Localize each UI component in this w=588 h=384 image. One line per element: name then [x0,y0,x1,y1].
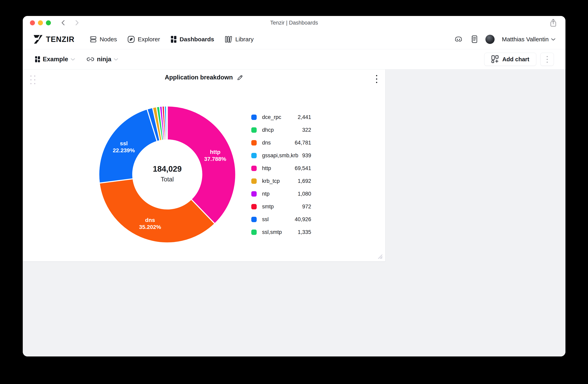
legend-value: 322 [302,127,311,133]
nav-item-dashboards[interactable]: Dashboards [170,36,214,43]
add-chart-button[interactable]: Add chart [484,53,536,66]
nav-right: Matthias Vallentin [453,35,555,44]
legend-label: ssl [262,216,269,223]
donut-slice-ssl[interactable] [99,109,157,183]
legend-value: 40,926 [294,216,311,223]
legend-value: 1,080 [298,191,311,197]
legend-label: gssapi,smb,krb [262,152,298,159]
chevron-down-icon [71,58,75,61]
library-icon [225,36,232,43]
nav-item-label: Nodes [100,36,117,43]
app-navbar: TENZIR Nodes [23,30,566,49]
donut-chart: http37.788%dns35.202%ssl22.239% 184,029 … [23,69,385,261]
legend-row[interactable]: smtp972 [251,200,311,213]
legend-label: smtp [262,204,274,210]
dashboards-icon [170,36,177,43]
legend-row[interactable]: gssapi,smb,krb939 [251,149,311,162]
share-icon[interactable] [549,18,557,27]
legend-label: ssl,smtp [262,229,282,235]
donut-slice-dns[interactable] [99,179,215,243]
chart-total-label: Total [161,176,174,183]
legend-value: 939 [302,152,311,159]
dashboard-grid-icon [35,56,40,63]
legend-value: 64,781 [294,140,311,146]
link-icon [86,57,95,62]
legend-label: ntp [262,191,270,197]
legend-value: 1,692 [298,178,311,184]
explorer-icon [127,36,135,43]
toolbar-right: Add chart [484,53,554,66]
app-window: Tenzir | Dashboards TENZIR [23,16,566,357]
tenzir-logo-icon [33,34,43,44]
legend-swatch [251,115,257,120]
nav-item-explorer[interactable]: Explorer [127,36,160,43]
legend-row[interactable]: ssl40,926 [251,213,311,226]
discord-icon[interactable] [453,35,463,43]
pipeline-name: ninja [97,56,111,63]
nav-item-library[interactable]: Library [225,36,254,43]
legend-swatch [251,204,257,209]
nav-item-label: Dashboards [180,36,214,43]
legend-swatch [251,178,257,184]
resize-handle-icon[interactable] [377,253,383,260]
legend-label: dhcp [262,127,274,133]
nodes-icon [90,36,97,43]
screenshot-root: Tenzir | Dashboards TENZIR [0,0,588,384]
user-menu[interactable]: Matthias Vallentin [502,36,555,43]
legend-value: 1,335 [298,229,311,235]
legend-row[interactable]: ssl,smtp1,335 [251,226,311,238]
legend-swatch [251,217,257,222]
legend-row[interactable]: ntp1,080 [251,187,311,200]
add-chart-icon [491,55,499,64]
chart-legend: dce_rpc2,441dhcp322dns64,781gssapi,smb,k… [251,111,311,238]
donut-slice-dhcp[interactable] [167,106,167,140]
legend-value: 69,541 [294,165,311,171]
legend-row[interactable]: dhcp322 [251,124,311,136]
dashboard-toolbar: Example ninja [23,49,566,69]
chevron-down-icon [114,58,118,61]
legend-swatch [251,153,257,158]
docs-icon[interactable] [471,35,478,44]
pipeline-selector[interactable]: ninja [86,56,118,63]
tenzir-wordmark: TENZIR [46,35,74,44]
legend-swatch [251,127,257,133]
legend-row[interactable]: dns64,781 [251,136,311,149]
legend-value: 972 [302,204,311,210]
chart-total-value: 184,029 [153,165,182,173]
legend-row[interactable]: dce_rpc2,441 [251,111,311,124]
dashboard-name: Example [43,56,68,63]
nav-item-nodes[interactable]: Nodes [90,36,117,43]
legend-row[interactable]: krb_tcp1,692 [251,175,311,187]
user-name: Matthias Vallentin [502,36,549,43]
legend-row[interactable]: http69,541 [251,162,311,175]
dashboard-canvas: Application breakdown http37.788%dns35.2… [23,69,566,357]
legend-label: krb_tcp [262,178,280,184]
legend-swatch [251,166,257,171]
legend-swatch [251,140,257,146]
chart-card: Application breakdown http37.788%dns35.2… [23,69,385,261]
legend-label: dns [262,140,271,146]
legend-swatch [251,191,257,197]
dashboard-selector[interactable]: Example [35,56,75,63]
nav-items: Nodes Explorer [90,36,254,43]
add-chart-label: Add chart [502,56,529,63]
tenzir-logo[interactable]: TENZIR [33,34,74,44]
user-avatar[interactable] [485,35,495,44]
nav-item-label: Library [235,36,254,43]
legend-label: http [262,165,271,171]
chevron-down-icon [551,38,555,41]
nav-item-label: Explorer [138,36,160,43]
kebab-icon [547,56,548,63]
dashboard-menu-button[interactable] [540,53,554,66]
window-title: Tenzir | Dashboards [23,20,566,26]
legend-swatch [251,230,257,235]
titlebar: Tenzir | Dashboards [23,16,566,30]
legend-value: 2,441 [298,114,311,120]
legend-label: dce_rpc [262,114,281,120]
